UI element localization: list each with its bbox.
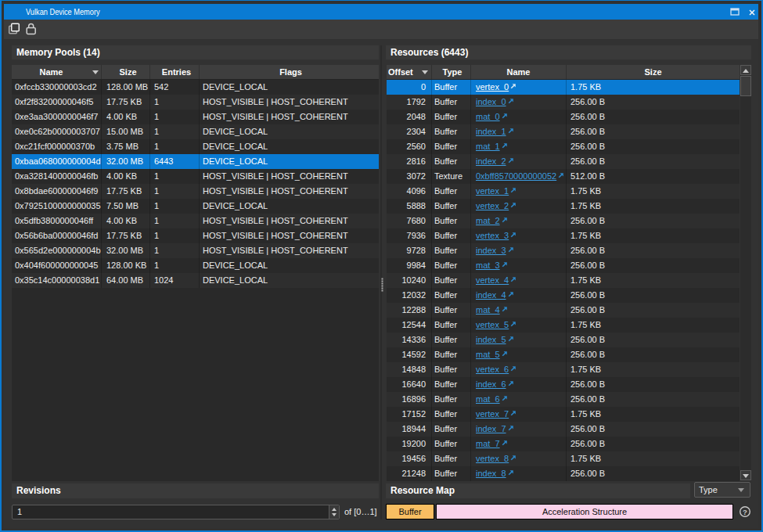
svg-text:?: ? [743,508,747,516]
